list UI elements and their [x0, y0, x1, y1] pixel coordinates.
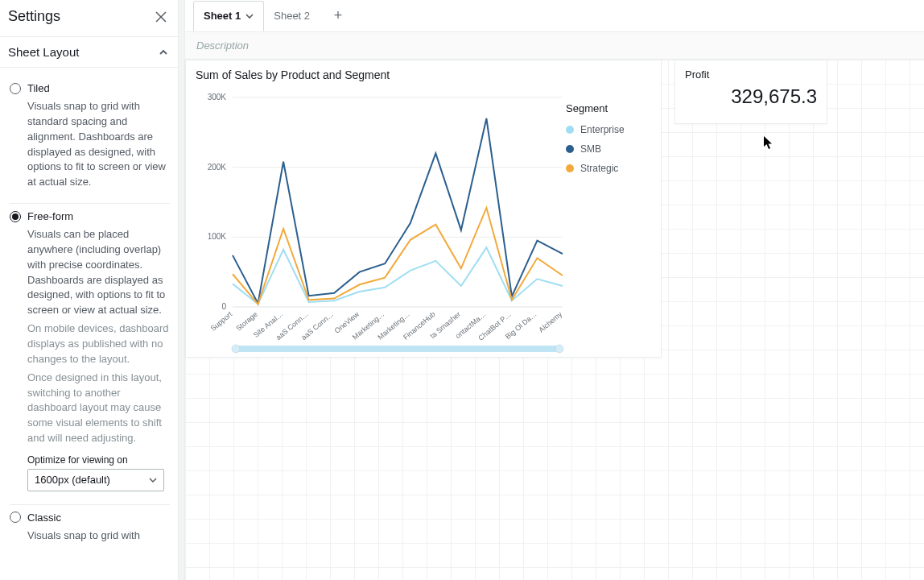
legend-label: SMB: [580, 143, 601, 155]
sheet-tab-1[interactable]: Sheet 1: [193, 1, 264, 31]
option-desc-classic: Visuals snap to grid with: [10, 528, 170, 544]
svg-rect-25: [236, 346, 559, 352]
legend-label: Strategic: [580, 163, 618, 174]
panel-resize-strip[interactable]: [179, 0, 185, 580]
option-label-freeform: Free-form: [27, 210, 73, 222]
layout-option-classic[interactable]: Classic Visuals snap to grid with: [10, 505, 170, 557]
svg-text:300K: 300K: [208, 93, 227, 102]
optimize-value: 1600px (default): [35, 474, 110, 486]
description-placeholder: Description: [196, 39, 249, 52]
optimize-select[interactable]: 1600px (default): [27, 469, 164, 491]
option-label-classic: Classic: [27, 512, 61, 524]
add-sheet-button[interactable]: +: [329, 7, 347, 24]
svg-text:0: 0: [221, 302, 226, 311]
svg-text:Alchemy: Alchemy: [537, 310, 563, 334]
chart-visual[interactable]: Sum of Sales by Product and Segment 0100…: [185, 60, 662, 358]
chevron-down-icon[interactable]: [245, 12, 254, 20]
option-note1-freeform: On mobile devices, dashboard displays as…: [10, 321, 170, 367]
option-desc-tiled: Visuals snap to grid with standard spaci…: [10, 99, 170, 190]
dashboard-canvas[interactable]: Sum of Sales by Product and Segment 0100…: [185, 60, 924, 580]
legend-dot-icon: [566, 126, 574, 134]
settings-title: Settings: [8, 8, 60, 25]
option-note2-freeform: Once designed in this layout, switching …: [10, 371, 170, 446]
section-header-sheet-layout[interactable]: Sheet Layout: [0, 36, 178, 68]
kpi-title: Profit: [685, 68, 817, 81]
close-icon[interactable]: [155, 11, 167, 23]
layout-option-freeform[interactable]: Free-form Visuals can be placed anywhere…: [10, 204, 170, 505]
radio-tiled[interactable]: [10, 83, 21, 94]
caret-down-icon: [149, 476, 157, 484]
settings-header: Settings: [0, 0, 178, 36]
section-body: Tiled Visuals snap to grid with standard…: [0, 68, 178, 580]
option-desc-freeform: Visuals can be placed anywhere (includin…: [10, 227, 170, 318]
legend-dot-icon: [566, 145, 574, 153]
settings-panel: Settings Sheet Layout Tiled Visuals snap…: [0, 0, 179, 580]
svg-point-27: [555, 345, 563, 353]
sheet-tab-bar: Sheet 1 Sheet 2 +: [185, 0, 924, 32]
radio-freeform[interactable]: [10, 211, 21, 222]
legend-label: Enterprise: [580, 124, 625, 135]
sheet-tab-1-label: Sheet 1: [204, 10, 241, 22]
legend-item[interactable]: SMB: [566, 143, 646, 155]
radio-classic[interactable]: [10, 512, 21, 523]
legend-title: Segment: [566, 102, 646, 114]
sheet-tab-2-label: Sheet 2: [274, 10, 310, 22]
layout-option-tiled[interactable]: Tiled Visuals snap to grid with standard…: [10, 76, 170, 204]
legend-item[interactable]: Strategic: [566, 163, 646, 174]
svg-text:100K: 100K: [208, 232, 227, 241]
kpi-visual[interactable]: Profit 329,675.3: [674, 60, 827, 124]
option-label-tiled: Tiled: [27, 82, 50, 94]
mouse-cursor-icon: [763, 135, 774, 150]
section-title: Sheet Layout: [8, 45, 79, 59]
legend-item[interactable]: Enterprise: [566, 124, 646, 135]
legend-dot-icon: [566, 164, 574, 172]
sheet-tab-2[interactable]: Sheet 2: [264, 1, 320, 31]
svg-text:Support: Support: [209, 310, 234, 333]
optimize-label: Optimize for viewing on: [27, 454, 170, 466]
line-chart: 0100K200K300KSupportStorageSite Anal…aaS…: [192, 89, 571, 355]
kpi-value: 329,675.3: [685, 85, 817, 108]
chevron-up-icon: [159, 48, 168, 57]
svg-point-26: [232, 345, 240, 353]
svg-text:200K: 200K: [208, 163, 227, 172]
chart-title: Sum of Sales by Product and Segment: [186, 60, 661, 85]
description-bar[interactable]: Description: [185, 32, 924, 60]
chart-legend: Segment EnterpriseSMBStrategic: [566, 102, 646, 182]
main-area: Sheet 1 Sheet 2 + Description Sum of Sal…: [185, 0, 924, 580]
